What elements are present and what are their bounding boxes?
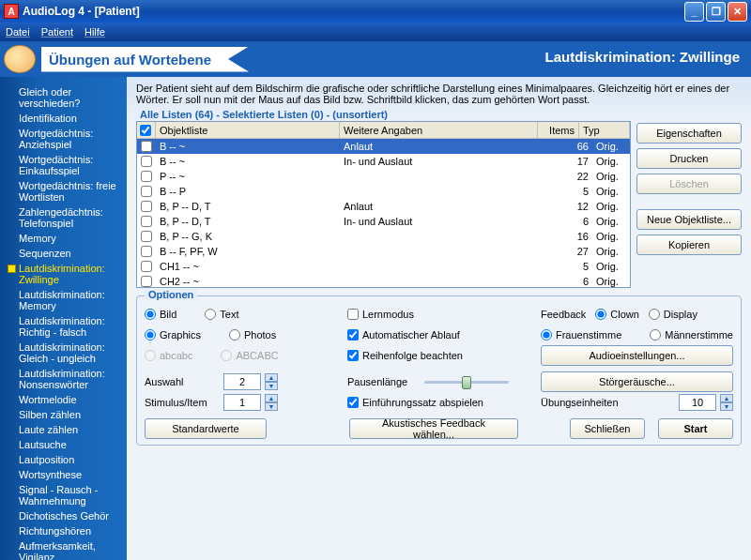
standardwerte-button[interactable]: Standardwerte <box>145 418 267 439</box>
table-row[interactable]: CH1 -- ~5Orig. <box>137 259 630 274</box>
options-legend: Optionen <box>145 289 197 300</box>
row-checkbox[interactable] <box>141 276 152 287</box>
row-checkbox[interactable] <box>141 246 152 257</box>
banner-heading: Übungen auf Wortebene <box>41 47 249 72</box>
radio-maennerstimme[interactable]: Männerstimme <box>650 329 733 341</box>
sidebar-item[interactable]: Lautdiskrimination: Richtig - falsch <box>6 313 121 340</box>
chk-lernmodus[interactable]: Lernmodus <box>347 309 414 320</box>
sidebar-item[interactable]: Aufmerksamkeit, Vigilanz <box>6 538 121 560</box>
row-checkbox[interactable] <box>141 156 152 167</box>
delete-button[interactable]: Löschen <box>636 174 742 194</box>
table-row[interactable]: CH2 -- ~6Orig. <box>137 274 630 287</box>
new-objectlist-button[interactable]: Neue Objektliste... <box>636 209 742 230</box>
radio-text[interactable]: Text <box>205 309 238 320</box>
table-row[interactable]: B -- ~In- und Auslaut17Orig. <box>137 154 630 169</box>
list-header: Alle Listen (64) - Selektierte Listen (0… <box>136 109 742 120</box>
properties-button[interactable]: Eigenschaften <box>636 123 742 144</box>
pausenlaenge-label: Pausenlänge <box>347 376 417 387</box>
row-checkbox[interactable] <box>141 171 152 182</box>
minimize-button[interactable]: _ <box>684 2 704 22</box>
radio-display[interactable]: Display <box>649 309 697 320</box>
uebungseinheiten-spinner[interactable]: ▲▼ <box>720 394 733 411</box>
banner: Übungen auf Wortebene Lautdiskrimination… <box>0 41 751 77</box>
radio-graphics[interactable]: Graphics <box>145 329 201 341</box>
stimulus-label: Stimulus/Item <box>145 397 214 408</box>
row-checkbox[interactable] <box>141 261 152 272</box>
auswahl-spinner[interactable]: ▲▼ <box>265 373 278 390</box>
banner-logo-icon <box>4 45 36 73</box>
stimulus-input[interactable] <box>223 394 261 411</box>
select-all-checkbox[interactable] <box>140 125 151 136</box>
sidebar: Gleich oder verschieden?IdentifikationWo… <box>0 77 127 560</box>
options-group: Optionen Bild Text Graphics Photos <box>136 295 742 446</box>
table-row[interactable]: P -- ~22Orig. <box>137 169 630 184</box>
sidebar-item[interactable]: Zahlengedächtnis: Telefonspiel <box>6 204 121 231</box>
pausenlaenge-slider[interactable] <box>424 373 509 390</box>
menu-datei[interactable]: Datei <box>6 26 30 38</box>
stoergeraeusche-button[interactable]: Störgeräusche... <box>541 371 733 392</box>
sidebar-item[interactable]: Lautdiskrimination: Memory <box>6 287 121 313</box>
sidebar-item[interactable]: Wortsynthese <box>6 467 121 482</box>
radio-clown[interactable]: Clown <box>595 309 639 320</box>
table-row[interactable]: B, P -- D, TAnlaut12Orig. <box>137 199 630 214</box>
audioeinstellungen-button[interactable]: Audioeinstellungen... <box>541 345 733 366</box>
row-checkbox[interactable] <box>141 186 152 197</box>
stimulus-spinner[interactable]: ▲▼ <box>265 394 278 411</box>
sidebar-item[interactable]: Lautdiskrimination: Nonsenswörter <box>6 366 121 392</box>
sidebar-item[interactable]: Dichotisches Gehör <box>6 508 121 523</box>
table-row[interactable]: B, P -- G, K16Orig. <box>137 229 630 244</box>
sidebar-item[interactable]: Wortgedächtnis: Einkaufsspiel <box>6 152 121 178</box>
row-checkbox[interactable] <box>141 201 152 212</box>
sidebar-item[interactable]: Silben zählen <box>6 407 121 422</box>
menu-patient[interactable]: Patient <box>41 26 73 38</box>
col-items[interactable]: Items <box>538 122 579 138</box>
sidebar-item[interactable]: Lautdiskrimination: Zwillinge <box>6 261 121 287</box>
akustisches-feedback-button[interactable]: Akustisches Feedback wählen... <box>349 418 518 439</box>
sidebar-item[interactable]: Sequenzen <box>6 246 121 261</box>
uebungseinheiten-input[interactable] <box>679 394 716 411</box>
chk-reihenfolge[interactable]: Reihenfolge beachten <box>347 350 463 361</box>
row-checkbox[interactable] <box>141 231 152 242</box>
sidebar-item[interactable]: Richtungshören <box>6 523 121 538</box>
sidebar-item[interactable]: Memory <box>6 231 121 246</box>
radio-ABCABC: ABCABC <box>221 350 278 361</box>
table-row[interactable]: B -- F, PF, W27Orig. <box>137 244 630 259</box>
auswahl-input[interactable] <box>223 373 261 390</box>
sidebar-item[interactable]: Wortgedächtnis: freie Wortlisten <box>6 178 121 204</box>
menu-hilfe[interactable]: Hilfe <box>84 26 105 38</box>
close-button[interactable]: ✕ <box>728 2 747 22</box>
row-checkbox[interactable] <box>141 141 152 152</box>
sidebar-item[interactable]: Gleich oder verschieden? <box>6 84 121 111</box>
sidebar-item[interactable]: Wortgedächtnis: Anziehspiel <box>6 126 121 152</box>
row-checkbox[interactable] <box>141 216 152 227</box>
chk-einfuehrung[interactable]: Einführungssatz abspielen <box>347 397 483 408</box>
col-typ[interactable]: Typ <box>579 122 630 138</box>
sidebar-item[interactable]: Lautposition <box>6 452 121 467</box>
sidebar-item[interactable]: Lautdiskrimination: Gleich - ungleich <box>6 340 121 366</box>
copy-button[interactable]: Kopieren <box>636 235 742 255</box>
auswahl-label: Auswahl <box>145 376 214 387</box>
col-weitere-angaben[interactable]: Weitere Angaben <box>340 122 538 138</box>
sidebar-item[interactable]: Signal - Rausch - Wahrnehmung <box>6 482 121 508</box>
window-title: AudioLog 4 - [Patient] <box>23 5 682 18</box>
sidebar-item[interactable]: Identifikation <box>6 111 121 126</box>
sidebar-item[interactable]: Lautsuche <box>6 437 121 452</box>
menubar: Datei Patient Hilfe <box>0 23 751 41</box>
table-row[interactable]: B -- ~Anlaut66Orig. <box>137 139 630 154</box>
sidebar-item[interactable]: Wortmelodie <box>6 392 121 407</box>
description-text: Der Patient sieht auf dem Bildschirm die… <box>127 77 751 109</box>
print-button[interactable]: Drucken <box>636 148 742 169</box>
table-row[interactable]: B -- P5Orig. <box>137 184 630 199</box>
col-objektliste[interactable]: Objektliste <box>156 122 340 138</box>
object-list-table[interactable]: Objektliste Weitere Angaben Items Typ B … <box>136 121 631 288</box>
sidebar-item[interactable]: Laute zählen <box>6 422 121 437</box>
banner-subtitle: Lautdiskrimination: Zwillinge <box>544 49 740 65</box>
start-button[interactable]: Start <box>658 418 733 439</box>
radio-bild[interactable]: Bild <box>145 309 176 320</box>
maximize-button[interactable]: ❐ <box>706 2 726 22</box>
schliessen-button[interactable]: Schließen <box>570 418 645 439</box>
radio-frauenstimme[interactable]: Frauenstimme <box>541 329 621 341</box>
chk-autoablauf[interactable]: Automatischer Ablauf <box>347 329 460 341</box>
radio-photos[interactable]: Photos <box>229 329 276 341</box>
table-row[interactable]: B, P -- D, TIn- und Auslaut6Orig. <box>137 214 630 229</box>
